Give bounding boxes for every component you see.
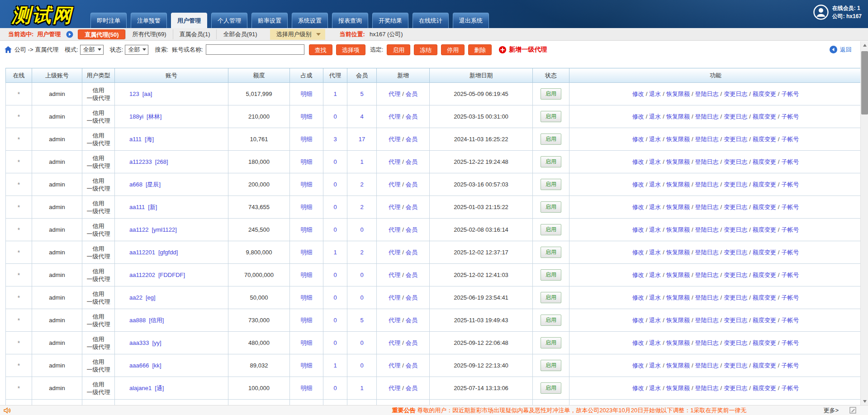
action-退水-link[interactable]: 退水 bbox=[649, 91, 661, 97]
account-link[interactable]: alajane1 bbox=[129, 385, 152, 391]
action-子帐号-link[interactable]: 子帐号 bbox=[781, 339, 799, 346]
status-enabled-button[interactable]: 启用 bbox=[541, 88, 561, 100]
action-登陆日志-link[interactable]: 登陆日志 bbox=[695, 158, 719, 165]
action-变更日志-link[interactable]: 变更日志 bbox=[724, 158, 747, 165]
action-退水-link[interactable]: 退水 bbox=[649, 226, 661, 233]
account-link[interactable]: aa112202 bbox=[129, 272, 155, 278]
action-子帐号-link[interactable]: 子帐号 bbox=[781, 385, 799, 391]
add-会员-link[interactable]: 会员 bbox=[406, 181, 417, 188]
agent-count-link[interactable]: 3 bbox=[333, 136, 337, 143]
agent-count-link[interactable]: 0 bbox=[333, 226, 337, 233]
action-修改-link[interactable]: 修改 bbox=[632, 226, 644, 233]
action-恢复限额-link[interactable]: 恢复限额 bbox=[666, 158, 690, 165]
scrollbar-thumb[interactable] bbox=[861, 51, 868, 114]
nav-tab-注单预警[interactable]: 注单预警 bbox=[131, 13, 167, 28]
action-恢复限额-link[interactable]: 恢复限额 bbox=[666, 226, 690, 233]
action-变更日志-link[interactable]: 变更日志 bbox=[724, 294, 747, 301]
account-link[interactable]: a112233 bbox=[129, 158, 152, 165]
agent-count-link[interactable]: 0 bbox=[333, 158, 337, 165]
action-恢复限额-link[interactable]: 恢复限额 bbox=[666, 91, 690, 97]
action-额度变更-link[interactable]: 额度变更 bbox=[753, 294, 776, 301]
member-count-link[interactable]: 0 bbox=[360, 362, 363, 369]
status-enabled-button[interactable]: 启用 bbox=[541, 292, 561, 303]
action-登陆日志-link[interactable]: 登陆日志 bbox=[695, 249, 719, 256]
add-会员-link[interactable]: 会员 bbox=[406, 339, 417, 346]
agent-count-link[interactable]: 0 bbox=[333, 204, 337, 210]
action-登陆日志-link[interactable]: 登陆日志 bbox=[695, 226, 719, 233]
add-会员-link[interactable]: 会员 bbox=[406, 294, 417, 301]
add-会员-link[interactable]: 会员 bbox=[406, 385, 417, 391]
add-代理-link[interactable]: 代理 bbox=[389, 339, 400, 346]
filter-pill-全部会员(91)[interactable]: 全部会员(91) bbox=[216, 29, 263, 39]
action-额度变更-link[interactable]: 额度变更 bbox=[753, 317, 776, 324]
action-恢复限额-link[interactable]: 恢复限额 bbox=[666, 385, 690, 391]
find-button[interactable]: 查找 bbox=[309, 44, 332, 55]
action-变更日志-link[interactable]: 变更日志 bbox=[724, 385, 747, 391]
member-count-link[interactable]: 2 bbox=[360, 181, 363, 188]
agent-count-link[interactable]: 0 bbox=[333, 272, 337, 278]
action-登陆日志-link[interactable]: 登陆日志 bbox=[695, 204, 719, 210]
more-link[interactable]: 更多> bbox=[823, 406, 839, 415]
action-修改-link[interactable]: 修改 bbox=[632, 362, 644, 369]
add-代理-link[interactable]: 代理 bbox=[389, 204, 400, 210]
action-恢复限额-link[interactable]: 恢复限额 bbox=[666, 136, 690, 143]
action-退水-link[interactable]: 退水 bbox=[649, 385, 661, 391]
detail-link[interactable]: 明细 bbox=[301, 317, 313, 324]
suspend-button[interactable]: 停用 bbox=[441, 44, 465, 55]
nav-tab-赔率设置[interactable]: 赔率设置 bbox=[251, 13, 288, 28]
add-会员-link[interactable]: 会员 bbox=[406, 226, 417, 233]
add-会员-link[interactable]: 会员 bbox=[406, 113, 417, 120]
detail-link[interactable]: 明细 bbox=[301, 226, 313, 233]
action-变更日志-link[interactable]: 变更日志 bbox=[724, 362, 747, 369]
add-会员-link[interactable]: 会员 bbox=[406, 158, 417, 165]
mode-select[interactable]: 全部 bbox=[80, 45, 104, 55]
detail-link[interactable]: 明细 bbox=[301, 158, 313, 165]
action-恢复限额-link[interactable]: 恢复限额 bbox=[666, 113, 690, 120]
action-登陆日志-link[interactable]: 登陆日志 bbox=[695, 339, 719, 346]
action-额度变更-link[interactable]: 额度变更 bbox=[753, 113, 776, 120]
action-子帐号-link[interactable]: 子帐号 bbox=[781, 181, 799, 188]
filter-pill-直属会员(1)[interactable]: 直属会员(1) bbox=[173, 29, 217, 39]
agent-count-link[interactable]: 1 bbox=[333, 91, 337, 97]
action-登陆日志-link[interactable]: 登陆日志 bbox=[695, 91, 719, 97]
status-enabled-button[interactable]: 启用 bbox=[541, 224, 561, 235]
action-变更日志-link[interactable]: 变更日志 bbox=[724, 113, 747, 120]
member-count-link[interactable]: 0 bbox=[360, 272, 363, 278]
action-子帐号-link[interactable]: 子帐号 bbox=[781, 362, 799, 369]
scroll-up-arrow[interactable] bbox=[861, 41, 868, 49]
action-修改-link[interactable]: 修改 bbox=[632, 204, 644, 210]
add-代理-link[interactable]: 代理 bbox=[389, 317, 400, 324]
add-会员-link[interactable]: 会员 bbox=[406, 136, 417, 143]
action-变更日志-link[interactable]: 变更日志 bbox=[724, 181, 747, 188]
status-select[interactable]: 全部 bbox=[125, 45, 148, 55]
filter-pill-直属代理(50)[interactable]: 直属代理(50) bbox=[78, 29, 125, 39]
detail-link[interactable]: 明细 bbox=[301, 339, 313, 346]
action-子帐号-link[interactable]: 子帐号 bbox=[781, 204, 799, 210]
enable-button[interactable]: 启用 bbox=[387, 44, 410, 55]
action-额度变更-link[interactable]: 额度变更 bbox=[753, 385, 776, 391]
add-代理-link[interactable]: 代理 bbox=[389, 294, 400, 301]
member-count-link[interactable]: 1 bbox=[360, 385, 363, 391]
action-子帐号-link[interactable]: 子帐号 bbox=[781, 91, 799, 97]
account-link[interactable]: aa111 bbox=[129, 204, 145, 210]
freeze-button[interactable]: 冻结 bbox=[414, 44, 437, 55]
action-子帐号-link[interactable]: 子帐号 bbox=[781, 317, 799, 324]
detail-link[interactable]: 明细 bbox=[301, 204, 313, 210]
action-恢复限额-link[interactable]: 恢复限额 bbox=[666, 181, 690, 188]
detail-link[interactable]: 明细 bbox=[301, 272, 313, 278]
action-修改-link[interactable]: 修改 bbox=[632, 272, 644, 278]
nav-tab-报表查询[interactable]: 报表查询 bbox=[332, 13, 368, 28]
nav-tab-即时注单[interactable]: 即时注单 bbox=[90, 13, 127, 28]
search-input[interactable] bbox=[206, 44, 304, 55]
member-count-link[interactable]: 5 bbox=[360, 317, 363, 324]
action-登陆日志-link[interactable]: 登陆日志 bbox=[695, 294, 719, 301]
status-enabled-button[interactable]: 启用 bbox=[541, 337, 561, 348]
action-变更日志-link[interactable]: 变更日志 bbox=[724, 226, 747, 233]
agent-count-link[interactable]: 1 bbox=[333, 362, 337, 369]
action-修改-link[interactable]: 修改 bbox=[632, 317, 644, 324]
add-会员-link[interactable]: 会员 bbox=[406, 91, 417, 97]
detail-link[interactable]: 明细 bbox=[301, 181, 313, 188]
agent-count-link[interactable]: 0 bbox=[333, 385, 337, 391]
status-enabled-button[interactable]: 启用 bbox=[541, 360, 561, 371]
add-agent-button[interactable]: 新增一级代理 bbox=[499, 46, 547, 54]
